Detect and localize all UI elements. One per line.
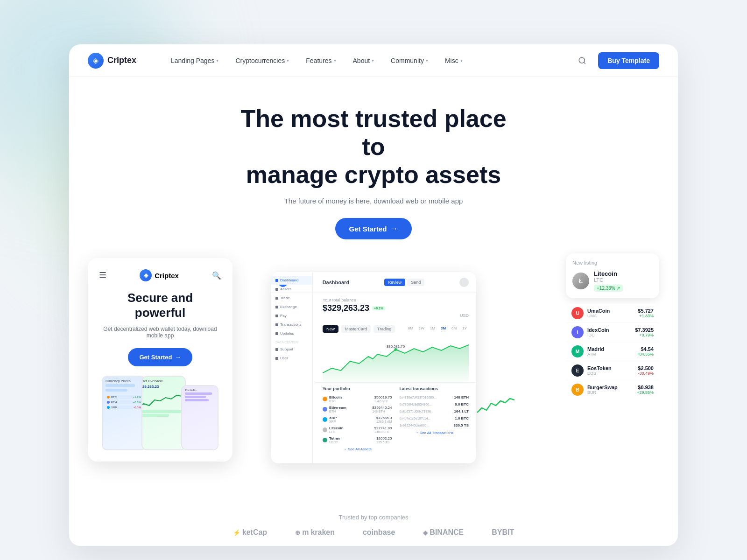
time-tab-1m[interactable]: 1M: [428, 325, 437, 333]
eos-icon: E: [571, 364, 584, 377]
sidebar-item-updates[interactable]: Updates: [271, 329, 312, 338]
right-cards: New listing Ł Litecoin LTC +12.33% ↗: [566, 253, 659, 399]
dashboard-balance-section: Your total balance $329,263.23 +0.1% USD: [315, 293, 476, 322]
nav-right: Buy Template: [574, 52, 659, 69]
uma-icon: U: [571, 307, 584, 319]
litecoin-change: +12.33% ↗: [594, 285, 623, 292]
phone-mockups: Currency Prices BTC +1.2% ETH: [99, 376, 221, 450]
arrow-up-icon: ↗: [616, 286, 620, 291]
phone-mock-1: Currency Prices BTC +1.2% ETH: [102, 376, 146, 450]
nav-item-community[interactable]: Community ▾: [384, 53, 435, 68]
portfolio-row: TetherUSDT $2052.25335.5 TS: [323, 435, 392, 445]
trusted-logo-binance: ◆ BINANCE: [423, 528, 464, 537]
dashboard-balance-badge: +0.1%: [372, 306, 385, 310]
sidebar-item-pay[interactable]: Pay: [271, 311, 312, 320]
mobile-get-started-button[interactable]: Get Started →: [128, 348, 192, 366]
mobile-search-icon[interactable]: 🔍: [212, 271, 221, 280]
eos-price: $2.500: [638, 365, 654, 371]
dashboard-tab-new[interactable]: New: [323, 325, 338, 333]
mobile-logo: ◈ Criptex: [140, 269, 179, 281]
chevron-down-icon: ▾: [216, 58, 218, 63]
phone-mock-2: Asset Overview $329,263.23: [141, 376, 186, 450]
sidebar-item-exchange[interactable]: Exchange: [271, 302, 312, 311]
see-all-assets-link[interactable]: → See All Assets: [323, 445, 392, 453]
eos-change: -30.49%: [638, 371, 654, 376]
litecoin-symbol: LTC: [594, 277, 623, 283]
sidebar-item-dashboard[interactable]: Dashboard: [271, 276, 312, 285]
crypto-item-atm: M Madrid ATM $4.54 +84.55%: [566, 342, 659, 361]
mobile-logo-icon: ◈: [140, 269, 152, 281]
dashboard-bottom: Your portfolio BitcoinBTC $50019.751.42 …: [315, 382, 476, 457]
idc-price: $7.3925: [635, 327, 654, 333]
nav-item-landing-pages[interactable]: Landing Pages ▾: [164, 53, 225, 68]
buy-template-button[interactable]: Buy Template: [598, 52, 659, 69]
dashboard-tab-send[interactable]: Send: [407, 279, 424, 286]
navbar: ◈ Criptex Landing Pages ▾ Cryptocurrenci…: [69, 44, 678, 77]
atm-name: Madrid: [587, 346, 633, 352]
trusted-logo-kraken: ⊕ mkraken: [295, 528, 335, 537]
idc-change: +0.79%: [635, 333, 654, 337]
litecoin-icon: Ł: [572, 273, 589, 289]
nav-item-misc[interactable]: Misc ▾: [438, 53, 469, 68]
hero-get-started-button[interactable]: Get Started →: [335, 218, 412, 239]
uma-name: UmaCoin: [587, 308, 634, 314]
mobile-panel: ☰ ◈ Criptex 🔍 Secure and powerful Get de…: [88, 258, 233, 461]
nav-item-about[interactable]: About ▾: [346, 53, 381, 68]
litecoin-name: Litecoin: [594, 270, 623, 277]
time-tab-1w[interactable]: 1W: [417, 325, 426, 333]
search-icon[interactable]: [574, 52, 591, 69]
dashboard-transactions: Latest transactions 0x4730e7d4937516080.…: [400, 386, 469, 453]
crypto-list: U UmaCoin UMA $5.727 +1.33% I IdexCoin I…: [566, 304, 659, 399]
logo[interactable]: ◈ Criptex: [88, 53, 136, 69]
trusted-section: Trusted by top companies ⚡ ketCap ⊕ mkra…: [69, 514, 678, 537]
logo-text: Criptex: [107, 56, 136, 65]
dashboard-avatar: [459, 278, 469, 287]
uma-price: $5.727: [638, 308, 654, 314]
sidebar-item-trade[interactable]: Trade: [271, 294, 312, 302]
svg-point-0: [579, 57, 585, 63]
trusted-logo-bybit: BYBIT: [492, 528, 514, 537]
crypto-item-uma: U UmaCoin UMA $5.727 +1.33%: [566, 304, 659, 323]
dashboard-title: Dashboard: [323, 280, 349, 285]
hero-title: The most trusted place to manage crypto …: [233, 105, 514, 189]
trusted-logo-coinbase: coinbase: [363, 528, 395, 537]
time-tab-1y[interactable]: 1Y: [460, 325, 469, 333]
time-tab-6m-2[interactable]: 6M: [450, 325, 458, 333]
dashboard-tab-review[interactable]: Review: [384, 279, 406, 286]
dashboard-currency: USD: [323, 313, 469, 318]
dashboard-tab-trading[interactable]: Trading: [374, 325, 395, 333]
phone-balance: $329,263.23: [141, 385, 182, 389]
see-all-transactions-link[interactable]: → See All Transactions: [400, 429, 469, 437]
nav-item-features[interactable]: Features ▾: [299, 53, 342, 68]
sidebar-item-transactions[interactable]: Transactions: [271, 320, 312, 329]
chevron-down-icon: ▾: [334, 58, 336, 63]
main-container: ◈ Criptex Landing Pages ▾ Cryptocurrenci…: [69, 44, 678, 546]
bur-icon: B: [571, 384, 584, 396]
dashboard-tab-mastercard[interactable]: MasterCard: [341, 325, 371, 333]
mobile-menu-icon[interactable]: ☰: [99, 270, 106, 280]
tx-row: 1v9822440daa600... 330.5 TS: [400, 422, 469, 429]
time-tab-6m-1[interactable]: 6M: [406, 325, 415, 333]
mini-chart: [477, 396, 514, 417]
tx-row: 0x4d4e1c5e107c14... 1.0 BTC: [400, 415, 469, 422]
arrow-icon: →: [175, 354, 181, 361]
svg-text:$36,581.70: $36,581.70: [387, 344, 405, 349]
tx-row: 0x4730e7d4937516080... 148 ETH: [400, 394, 469, 401]
trusted-logos: ⚡ ketCap ⊕ mkraken coinbase ◆ BINANCE BY…: [69, 528, 678, 537]
nav-item-cryptocurrencies[interactable]: Cryptocurrencies ▾: [229, 53, 296, 68]
dashboard-tab-btns: Review Send: [384, 279, 425, 286]
portfolio-row: BitcoinBTC $50019.751.42 BTC: [323, 394, 392, 404]
phone-bar: [106, 384, 135, 387]
dashboard-chart: $36,581.70: [315, 336, 476, 382]
sidebar-item-assets[interactable]: Assets: [271, 285, 312, 294]
sidebar-item-support[interactable]: Support: [271, 345, 312, 354]
nav-links: Landing Pages ▾ Cryptocurrencies ▾ Featu…: [164, 53, 574, 68]
sidebar-item-user[interactable]: User: [271, 354, 312, 363]
chevron-down-icon: ▾: [426, 58, 428, 63]
time-tab-3m[interactable]: 3M: [439, 325, 448, 333]
logo-icon: ◈: [88, 53, 104, 69]
new-listing-card: New listing Ł Litecoin LTC +12.33% ↗: [566, 253, 659, 298]
hero-section: The most trusted place to manage crypto …: [69, 77, 678, 258]
crypto-item-eos: E EosToken EOS $2.500 -30.49%: [566, 361, 659, 380]
atm-icon: M: [571, 345, 584, 357]
